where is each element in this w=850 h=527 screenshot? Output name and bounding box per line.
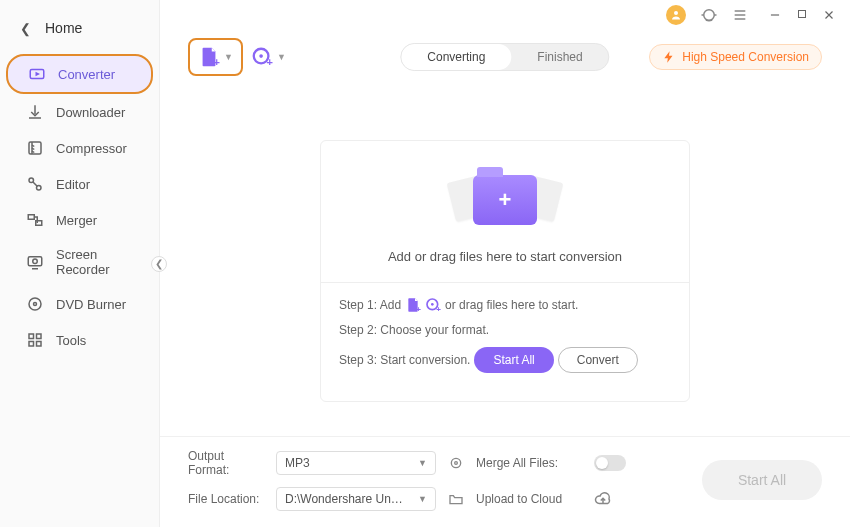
add-file-icon: + [198, 46, 220, 68]
output-settings-icon[interactable] [444, 455, 468, 471]
svg-rect-17 [799, 11, 806, 18]
svg-rect-14 [37, 342, 42, 347]
svg-point-20 [259, 54, 263, 58]
step1-suffix: or drag files here to start. [445, 298, 578, 312]
back-chevron-icon: ❮ [20, 21, 31, 36]
hamburger-menu-icon[interactable] [732, 7, 748, 23]
upload-cloud-icon[interactable] [594, 490, 654, 508]
sidebar-item-label: Tools [56, 333, 86, 348]
step-2: Step 2: Choose your format. [339, 323, 671, 337]
step3-text: Step 3: Start conversion. [339, 353, 470, 367]
file-location-label: File Location: [188, 492, 268, 506]
output-format-select[interactable]: MP3 ▼ [276, 451, 436, 475]
chevron-down-icon: ▼ [277, 52, 286, 62]
window-controls [768, 8, 836, 22]
sidebar-item-editor[interactable]: Editor [6, 166, 153, 202]
convert-mini-button[interactable]: Convert [558, 347, 638, 373]
svg-text:+: + [214, 56, 220, 68]
output-format-value: MP3 [285, 456, 310, 470]
svg-point-10 [34, 303, 37, 306]
file-location-select[interactable]: D:\Wondershare UniConverter 1 ▼ [276, 487, 436, 511]
compressor-icon [26, 139, 44, 157]
maximize-icon[interactable] [796, 8, 808, 22]
support-icon[interactable] [700, 6, 718, 24]
sidebar-item-merger[interactable]: Merger [6, 202, 153, 238]
sidebar-item-downloader[interactable]: Downloader [6, 94, 153, 130]
upload-to-cloud-label: Upload to Cloud [476, 492, 586, 506]
sidebar-item-label: Downloader [56, 105, 125, 120]
footer: Output Format: MP3 ▼ Merge All Files: St… [160, 436, 850, 527]
start-all-mini-button[interactable]: Start All [474, 347, 553, 373]
sidebar-item-label: Compressor [56, 141, 127, 156]
svg-point-24 [431, 303, 434, 306]
dropzone-message: Add or drag files here to start conversi… [388, 249, 622, 264]
sidebar-item-dvd-burner[interactable]: DVD Burner [6, 286, 153, 322]
steps-panel: Step 1: Add + + or drag files here to st… [321, 282, 689, 401]
sidebar-item-screen-recorder[interactable]: Screen Recorder [6, 238, 153, 286]
output-format-label: Output Format: [188, 449, 268, 477]
sidebar-item-label: DVD Burner [56, 297, 126, 312]
high-speed-conversion-button[interactable]: High Speed Conversion [649, 44, 822, 70]
svg-text:+: + [436, 305, 441, 313]
editor-icon [26, 175, 44, 193]
step-1: Step 1: Add + + or drag files here to st… [339, 297, 671, 313]
bolt-icon [662, 50, 676, 64]
folder-illustration: + [445, 165, 565, 235]
sidebar-item-tools[interactable]: Tools [6, 322, 153, 358]
dropzone-top: + Add or drag files here to start conver… [321, 141, 689, 282]
svg-rect-13 [29, 342, 34, 347]
sidebar-item-label: Screen Recorder [56, 247, 141, 277]
account-icon[interactable] [666, 5, 686, 25]
screen-recorder-icon [26, 253, 44, 271]
svg-rect-2 [29, 142, 41, 154]
sidebar-item-label: Merger [56, 213, 97, 228]
svg-text:+: + [416, 305, 421, 313]
tools-icon [26, 331, 44, 349]
svg-text:+: + [267, 56, 273, 68]
folder-plus-icon: + [473, 175, 537, 225]
svg-point-8 [33, 259, 38, 264]
dropzone[interactable]: + Add or drag files here to start conver… [320, 140, 690, 402]
status-tabs: Converting Finished [400, 43, 609, 71]
sidebar-item-compressor[interactable]: Compressor [6, 130, 153, 166]
sidebar-nav: Converter Downloader Compressor Editor [0, 54, 159, 358]
open-folder-icon[interactable] [444, 491, 468, 507]
svg-rect-12 [37, 334, 42, 339]
add-dvd-icon: + [251, 46, 273, 68]
tab-converting[interactable]: Converting [401, 44, 511, 70]
chevron-down-icon: ▼ [418, 458, 427, 468]
tab-finished[interactable]: Finished [511, 44, 608, 70]
titlebar [160, 0, 850, 30]
svg-point-26 [451, 458, 460, 467]
add-dvd-mini-icon[interactable]: + [425, 297, 441, 313]
svg-point-16 [704, 10, 715, 21]
minimize-icon[interactable] [768, 8, 782, 22]
svg-point-15 [674, 11, 678, 15]
converter-icon [28, 65, 46, 83]
close-icon[interactable] [822, 8, 836, 22]
add-file-mini-icon[interactable]: + [405, 297, 421, 313]
add-file-button[interactable]: + ▼ [188, 38, 243, 76]
start-all-button[interactable]: Start All [702, 460, 822, 500]
sidebar-item-label: Editor [56, 177, 90, 192]
sidebar-collapse-handle[interactable]: ❮ [151, 256, 167, 272]
step1-prefix: Step 1: Add [339, 298, 401, 312]
merge-all-toggle[interactable] [594, 455, 626, 471]
sidebar: ❮ Home Converter Downloader Compres [0, 0, 160, 527]
chevron-down-icon: ▼ [224, 52, 233, 62]
svg-point-27 [455, 462, 458, 465]
app-root: ❮ Home Converter Downloader Compres [0, 0, 850, 527]
merge-all-label: Merge All Files: [476, 456, 586, 470]
merger-icon [26, 211, 44, 229]
svg-point-9 [29, 298, 41, 310]
sidebar-item-converter[interactable]: Converter [6, 54, 153, 94]
step-3: Step 3: Start conversion. Start All Conv… [339, 347, 671, 373]
toolbar: + ▼ + ▼ Converting Finished High Speed C… [160, 30, 850, 90]
svg-rect-11 [29, 334, 34, 339]
high-speed-label: High Speed Conversion [682, 50, 809, 64]
add-dvd-button[interactable]: + ▼ [243, 40, 294, 74]
chevron-down-icon: ▼ [418, 494, 427, 504]
dvd-burner-icon [26, 295, 44, 313]
downloader-icon [26, 103, 44, 121]
home-button[interactable]: ❮ Home [0, 10, 159, 46]
